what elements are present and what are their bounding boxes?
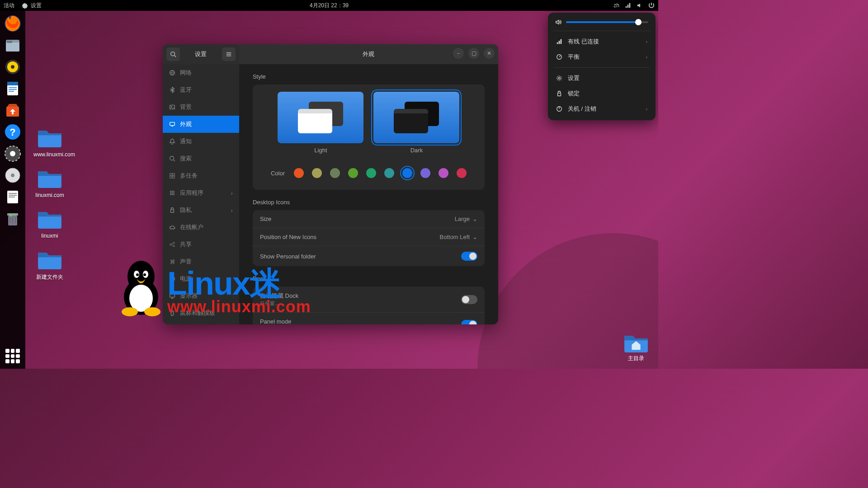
style-heading: Style — [253, 73, 485, 80]
panel-mode-toggle[interactable] — [461, 320, 477, 325]
color-swatch[interactable] — [402, 168, 412, 178]
desktop-folder[interactable]: 新建文件夹 — [33, 249, 66, 281]
svg-point-50 — [173, 242, 175, 244]
dock-texteditor[interactable] — [3, 187, 23, 207]
svg-rect-3 — [7, 41, 12, 43]
sidebar-item-multitask[interactable]: 多任务 — [163, 167, 239, 184]
lock-icon — [169, 207, 175, 213]
sidebar-item-image[interactable]: 背景 — [163, 99, 239, 116]
dock-writer[interactable] — [3, 79, 23, 99]
svg-point-62 — [134, 271, 139, 278]
minimize-button[interactable]: － — [453, 48, 464, 59]
svg-rect-10 — [9, 89, 17, 90]
color-swatch[interactable] — [348, 168, 358, 178]
dock-firefox[interactable] — [3, 14, 23, 33]
chevron-down-icon: ⌄ — [472, 234, 477, 240]
multitask-icon — [169, 173, 175, 179]
color-swatch[interactable] — [439, 168, 448, 178]
chevron-right-icon: › — [646, 107, 647, 112]
sidebar-item-apps[interactable]: 应用程序› — [163, 184, 239, 202]
svg-point-45 — [170, 194, 171, 195]
svg-rect-48 — [171, 210, 174, 212]
dock-rhythmbox[interactable] — [3, 57, 23, 77]
system-menu: 有线 已连接›平衡›设置锁定关机 / 注销› — [548, 13, 656, 120]
position-dropdown[interactable]: Bottom Left⌄ — [440, 234, 477, 240]
dock-trash[interactable] — [3, 209, 23, 229]
svg-rect-9 — [9, 87, 17, 88]
sidebar-item-power[interactable]: 电源 — [163, 270, 239, 287]
color-swatch[interactable] — [330, 168, 340, 178]
power-icon — [556, 106, 562, 112]
color-swatch[interactable] — [312, 168, 322, 178]
home-folder[interactable]: 主目录 — [623, 332, 649, 362]
menu-item-gauge[interactable]: 平衡› — [552, 49, 652, 65]
color-swatch[interactable] — [384, 168, 394, 178]
dock-disc[interactable] — [3, 165, 23, 185]
close-button[interactable]: ✕ — [484, 48, 495, 59]
ime-indicator[interactable]: zh — [613, 2, 619, 9]
desktop-folder[interactable]: linuxmi — [33, 208, 66, 239]
color-swatch[interactable] — [366, 168, 376, 178]
style-dark-option[interactable]: Dark — [373, 92, 459, 154]
dock-software[interactable] — [3, 100, 23, 120]
volume-slider[interactable] — [566, 21, 648, 23]
menu-item-gear[interactable]: 设置 — [552, 70, 652, 86]
image-icon — [169, 104, 175, 110]
network-icon[interactable] — [625, 2, 631, 9]
volume-icon[interactable] — [637, 2, 643, 9]
size-dropdown[interactable]: Large⌄ — [455, 216, 477, 222]
sidebar-item-cloud[interactable]: 在线帐户 — [163, 219, 239, 236]
menu-item-network[interactable]: 有线 已连接› — [552, 34, 652, 49]
power-icon[interactable] — [648, 2, 655, 9]
color-swatch[interactable] — [457, 168, 467, 178]
dock-files[interactable] — [3, 35, 23, 55]
gauge-icon — [556, 54, 562, 60]
bluetooth-icon — [169, 87, 175, 93]
svg-point-28 — [14, 214, 15, 216]
svg-point-63 — [136, 273, 139, 276]
sidebar-item-bell[interactable]: 通知 — [163, 133, 239, 150]
color-swatch[interactable] — [294, 168, 304, 178]
style-light-option[interactable]: Light — [278, 92, 363, 154]
menu-item-power[interactable]: 关机 / 注销› — [552, 101, 652, 117]
dock-help[interactable]: ? — [3, 122, 23, 142]
sidebar-item-mouse[interactable]: 鼠标和触摸板 — [163, 305, 239, 322]
autohide-toggle[interactable] — [461, 295, 477, 304]
sidebar-item-display[interactable]: 外观 — [163, 116, 239, 133]
sidebar-item-bluetooth[interactable]: 蓝牙 — [163, 81, 239, 99]
desktop-folder[interactable]: linuxmi.com — [33, 167, 66, 198]
clock[interactable]: 4月20日 22：39 — [310, 2, 349, 9]
app-indicator[interactable]: 设置 — [22, 2, 42, 9]
sidebar-item-search[interactable]: 搜索 — [163, 150, 239, 167]
activities-button[interactable]: 活动 — [4, 2, 14, 9]
svg-point-40 — [172, 191, 173, 192]
svg-point-67 — [144, 307, 160, 316]
color-swatch[interactable] — [420, 168, 430, 178]
chevron-right-icon: › — [646, 39, 647, 44]
settings-main: 外观 － ▢ ✕ Style Light Dark — [239, 44, 498, 324]
sidebar-item-globe[interactable]: 网络 — [163, 64, 239, 81]
maximize-button[interactable]: ▢ — [468, 48, 479, 59]
dock-settings[interactable] — [3, 144, 23, 164]
menu-item-lock[interactable]: 锁定 — [552, 86, 652, 101]
svg-rect-31 — [170, 105, 175, 109]
personal-folder-toggle[interactable] — [461, 252, 477, 261]
svg-rect-37 — [170, 176, 172, 178]
svg-point-41 — [173, 191, 175, 192]
sidebar-item-monitor[interactable]: 显示器 — [163, 287, 239, 305]
show-apps-button[interactable] — [5, 349, 20, 363]
svg-point-29 — [171, 52, 175, 56]
display-icon — [169, 121, 175, 127]
sound-icon — [169, 258, 175, 265]
hamburger-button[interactable] — [222, 47, 236, 61]
svg-rect-36 — [173, 174, 175, 175]
sidebar-item-sound[interactable]: 声音 — [163, 253, 239, 270]
desktop-folder[interactable]: www.linuxmi.com — [33, 127, 66, 158]
sidebar-item-lock[interactable]: 隐私› — [163, 202, 239, 219]
settings-window: 设置 网络蓝牙背景外观通知搜索多任务应用程序›隐私›在线帐户共享声音电源显示器鼠… — [163, 44, 498, 324]
search-icon — [169, 155, 175, 162]
search-button[interactable] — [166, 47, 180, 61]
svg-rect-26 — [7, 213, 18, 216]
size-label: Size — [260, 216, 271, 222]
sidebar-item-share[interactable]: 共享 — [163, 236, 239, 253]
